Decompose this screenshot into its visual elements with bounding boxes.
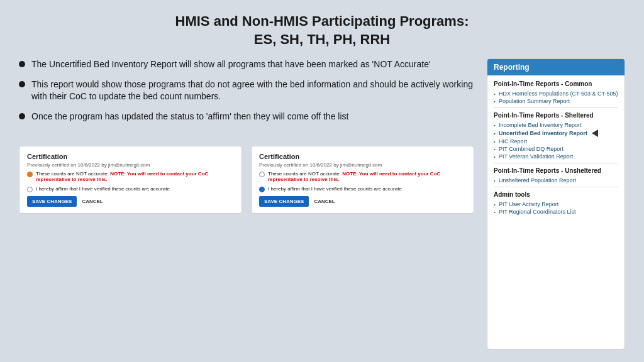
link-pit-veteran[interactable]: PIT Veteran Validation Report (494, 153, 618, 160)
left-panel: The Uncertified Bed Inventory Report wil… (19, 58, 474, 349)
link-unsheltered-population[interactable]: Unsheltered Population Report (494, 177, 618, 184)
bullet-list: The Uncertified Bed Inventory Report wil… (19, 58, 474, 130)
title-line1: HMIS and Non-HMIS Participating Programs… (175, 13, 469, 29)
bullet-item-1: The Uncertified Bed Inventory Report wil… (19, 58, 474, 71)
bullet-text-2: This report would show those programs th… (31, 79, 474, 103)
cert-row: Certification Previously certified on 10… (19, 146, 474, 214)
title-line2: ES, SH, TH, PH, RRH (254, 31, 390, 47)
divider-2 (494, 163, 618, 163)
affirm-row-right: I hereby affirm that I have verified the… (259, 186, 466, 192)
cert-heading-left: Certification (27, 153, 234, 160)
arrow-icon (592, 129, 598, 137)
report-links-sheltered: Incomplete Bed Inventory Report Uncertif… (494, 121, 618, 160)
link-hdx[interactable]: HDX Homeless Populations (CT-503 & CT-50… (494, 90, 618, 97)
cert-not-accurate-right: These counts are NOT accurate. NOTE: You… (259, 171, 466, 182)
divider-3 (494, 187, 618, 187)
report-links-admin: PIT User Activity Report PIT Regional Co… (494, 200, 618, 216)
link-population-summary[interactable]: Population Summary Report (494, 97, 618, 105)
cert-prevcert-right: Previously certified on 10/6/2022 by jim… (259, 162, 466, 168)
save-changes-button-right[interactable]: SAVE CHANGES (259, 196, 309, 207)
section-title-sheltered: Point-In-Time Reports - Sheltered (494, 112, 618, 119)
cert-buttons-right: SAVE CHANGES CANCEL (259, 196, 466, 207)
slide: HMIS and Non-HMIS Participating Programs… (0, 0, 644, 362)
bullet-dot-3 (19, 113, 25, 119)
radio-blue-right[interactable] (259, 187, 265, 192)
report-links-unsheltered: Unsheltered Population Report (494, 177, 618, 184)
bullet-dot-1 (19, 61, 25, 67)
link-regional-coordinators[interactable]: PIT Regional Coordinators List (494, 208, 618, 216)
cert-card-right: Certification Previously certified on 10… (251, 146, 474, 214)
cert-not-accurate-left: These counts are NOT accurate. NOTE: You… (27, 171, 234, 182)
bullet-item-2: This report would show those programs th… (19, 79, 474, 103)
radio-empty-right-top[interactable] (259, 172, 265, 177)
divider-1 (494, 107, 618, 108)
bullet-text-1: The Uncertified Bed Inventory Report wil… (31, 58, 431, 71)
link-user-activity[interactable]: PIT User Activity Report (494, 200, 618, 208)
cert-card-left: Certification Previously certified on 10… (19, 146, 242, 214)
reporting-body: Point-In-Time Reports - Common HDX Homel… (487, 75, 625, 223)
affirm-text-right: I hereby affirm that I have verified the… (268, 186, 403, 192)
section-title-admin: Admin tools (494, 191, 618, 198)
bullet-text-3: Once the program has updated the status … (31, 111, 348, 123)
section-title-unsheltered: Point-In-Time Reports - Unsheltered (494, 167, 618, 174)
link-uncertified-bed[interactable]: Uncertified Bed Inventory Report (494, 129, 618, 138)
radio-orange-left[interactable] (27, 172, 33, 177)
reporting-sidebar: Reporting Point-In-Time Reports - Common… (487, 58, 625, 349)
cancel-button-left[interactable]: CANCEL (82, 199, 103, 204)
not-accurate-text-left: These counts are NOT accurate. NOTE: You… (36, 171, 234, 182)
radio-empty-left[interactable] (27, 187, 33, 192)
cancel-button-right[interactable]: CANCEL (314, 199, 335, 204)
slide-title: HMIS and Non-HMIS Participating Programs… (19, 13, 625, 48)
not-accurate-text-right: These counts are NOT accurate. NOTE: You… (268, 171, 466, 182)
save-changes-button-left[interactable]: SAVE CHANGES (27, 196, 77, 207)
cert-prevcert-left: Previously certified on 10/6/2022 by jim… (27, 162, 234, 168)
bullet-item-3: Once the program has updated the status … (19, 111, 474, 123)
affirm-text-left: I hereby affirm that I have verified the… (36, 186, 171, 192)
content-area: The Uncertified Bed Inventory Report wil… (19, 58, 625, 349)
link-hic-report[interactable]: HIC Report (494, 138, 618, 145)
section-title-common: Point-In-Time Reports - Common (494, 80, 618, 87)
cert-buttons-left: SAVE CHANGES CANCEL (27, 196, 234, 207)
link-incomplete-bed[interactable]: Incomplete Bed Inventory Report (494, 121, 618, 129)
report-links-common: HDX Homeless Populations (CT-503 & CT-50… (494, 90, 618, 105)
bullet-dot-2 (19, 81, 25, 87)
link-pit-dq[interactable]: PIT Combined DQ Report (494, 145, 618, 153)
reporting-header: Reporting (487, 59, 625, 75)
cert-heading-right: Certification (259, 153, 466, 160)
affirm-row-left: I hereby affirm that I have verified the… (27, 186, 234, 192)
